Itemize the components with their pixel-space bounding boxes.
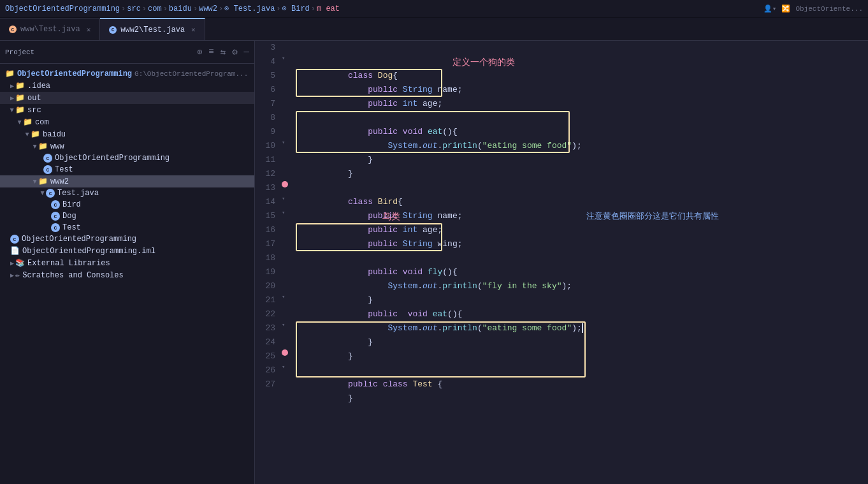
tree-oop2[interactable]: C ObjectOrientedProgramming [0, 233, 254, 245]
tab-close-2[interactable]: ✕ [191, 26, 196, 34]
code-line-16: public String wing; [298, 223, 868, 237]
code-line-15: public int age; [298, 209, 868, 223]
sidebar-icons: ⊕ ≡ ⇆ ⚙ — [197, 47, 249, 57]
code-lines[interactable]: 定义一个狗的类 鸟类 注意黄色圈圈部分这是它们共有属性 class Dog{ p… [293, 41, 868, 484]
code-line-22: System.out.println("eating some food"); [298, 307, 868, 321]
tree-test2[interactable]: C Test [0, 222, 254, 233]
code-line-14: public String name; [298, 195, 868, 209]
tree-oop[interactable]: C ObjectOrientedProgramming [0, 152, 254, 164]
java-icon-bird: C [51, 200, 60, 209]
ln14: 14 [255, 195, 275, 209]
tree-scratches[interactable]: ▶ ✏️ Scratches and Consoles [0, 269, 254, 281]
fold-18[interactable]: ▾ [282, 293, 285, 300]
sep1: › [121, 4, 126, 13]
tree-out[interactable]: ▶ 📁 out [0, 92, 254, 104]
ln11: 11 [255, 153, 275, 167]
tree-iml-label: ObjectOrientedProgramming.iml [22, 247, 249, 256]
tree-baidu[interactable]: ▶ 📁 baidu [0, 128, 254, 140]
code-line-4: class Dog{ [298, 55, 868, 69]
editor: 3 4 5 6 7 8 9 10 11 12 13 14 15 16 17 18… [255, 41, 868, 484]
tree-out-label: out [27, 94, 249, 103]
fold-21[interactable]: ▾ [282, 321, 285, 328]
project-tree: 📁 ObjectOrientedProgramming G:\ObjectOri… [0, 64, 254, 285]
sidebar-toolbar: Project ⊕ ≡ ⇆ ⚙ — [0, 41, 254, 64]
flatten-icon[interactable]: ≡ [208, 47, 213, 57]
tree-dog-label: Dog [62, 212, 249, 221]
tree-idea-label: .idea [27, 82, 249, 91]
code-line-19: System.out.println("fly in the sky"); [298, 265, 868, 279]
ln7: 7 [255, 97, 275, 111]
chevron-scratches: ▶ [10, 272, 14, 279]
ln18: 18 [255, 251, 275, 265]
breadcrumb-baidu: baidu [169, 4, 192, 13]
tree-iml[interactable]: 📄 ObjectOrientedProgramming.iml [0, 245, 254, 257]
window-label: ObjectOriente... [795, 5, 863, 13]
fold-8[interactable]: ▾ [282, 139, 285, 146]
breakpoint-10[interactable] [282, 181, 288, 187]
code-area[interactable]: 3 4 5 6 7 8 9 10 11 12 13 14 15 16 17 18… [255, 41, 868, 484]
tree-src[interactable]: ▶ 📁 src [0, 104, 254, 116]
breakpoint-23[interactable] [282, 349, 288, 356]
user-icon[interactable]: 👤▾ [763, 4, 777, 13]
line-numbers: 3 4 5 6 7 8 9 10 11 12 13 14 15 16 17 18… [255, 41, 280, 484]
java-icon-dog: C [51, 212, 60, 221]
code-line-10: } [298, 139, 868, 153]
tree-scratches-label: Scratches and Consoles [22, 271, 249, 280]
tree-oop-label: ObjectOrientedProgramming [55, 154, 249, 163]
sep5: › [219, 4, 223, 13]
tree-test1-label: Test [55, 165, 249, 174]
tree-testjava[interactable]: ▶ C Test.java [0, 187, 254, 199]
ln25: 25 [255, 349, 275, 363]
tree-www[interactable]: ▶ 📁 www [0, 140, 254, 152]
tree-com[interactable]: ▶ 📁 com [0, 116, 254, 128]
java-icon-oop2: C [10, 235, 19, 244]
settings-icon[interactable]: ⚙ [232, 47, 237, 57]
breadcrumb-eat: m eat [317, 4, 340, 13]
tree-oop2-label: ObjectOrientedProgramming [22, 235, 249, 244]
tab-icon-1: C [9, 26, 17, 33]
minimize-icon[interactable]: — [244, 47, 249, 57]
tree-test1[interactable]: C Test [0, 164, 254, 175]
code-line-12 [298, 167, 868, 181]
tree-www2[interactable]: ▶ 📁 www2 [0, 175, 254, 187]
fold-24[interactable]: ▾ [282, 363, 285, 370]
java-icon-test2: C [51, 223, 60, 232]
tab-label-2: www2\Test.java [120, 26, 185, 34]
ln12: 12 [255, 167, 275, 181]
tree-testjava-label: Test.java [57, 189, 249, 198]
fold-13[interactable]: ▾ [282, 209, 285, 216]
folder-icon-www: 📁 [38, 142, 48, 151]
tree-bird[interactable]: C Bird [0, 199, 254, 210]
code-line-8: public void eat(){ [298, 111, 868, 125]
code-line-7 [298, 97, 868, 111]
ln17: 17 [255, 237, 275, 251]
tree-idea[interactable]: ▶ 📁 .idea [0, 80, 254, 92]
chevron-testjava: ▶ [39, 191, 47, 195]
tab-www-test[interactable]: C www\Test.java ✕ [0, 18, 100, 40]
collapse-icon[interactable]: ⇆ [221, 47, 226, 57]
code-line-18: public void fly(){ [298, 251, 868, 265]
breadcrumb-bird: ⊙ Bird [282, 4, 310, 13]
tab-icon-2: C [109, 26, 117, 34]
ln13: 13 [255, 181, 275, 195]
gutter: ▾ ▾ ▾ ▾ ▾ ▾ ▾ [280, 41, 293, 484]
tab-www2-test[interactable]: C www2\Test.java ✕ [100, 18, 205, 40]
code-line-24: } [298, 335, 868, 349]
chevron-idea: ▶ [10, 82, 14, 90]
project-name: ObjectOrientedProgramming [17, 70, 132, 78]
vcs-icon[interactable]: 🔀 [781, 4, 790, 13]
ln22: 22 [255, 307, 275, 321]
tab-close-1[interactable]: ✕ [87, 26, 91, 34]
sync-icon[interactable]: ⊕ [197, 47, 202, 57]
code-line-23: } [298, 321, 868, 335]
chevron-com: ▶ [16, 120, 24, 124]
ln9: 9 [255, 125, 275, 139]
tree-dog[interactable]: C Dog [0, 210, 254, 222]
fold-4[interactable]: ▾ [282, 55, 285, 62]
ln10: 10 [255, 139, 275, 153]
folder-icon-idea: 📁 [15, 81, 25, 91]
tree-extlibs[interactable]: ▶ 📚 External Libraries [0, 257, 254, 269]
sidebar: Project ⊕ ≡ ⇆ ⚙ — 📁 ObjectOrientedProgra… [0, 41, 255, 484]
fold-11[interactable]: ▾ [282, 195, 285, 202]
ln16: 16 [255, 223, 275, 237]
